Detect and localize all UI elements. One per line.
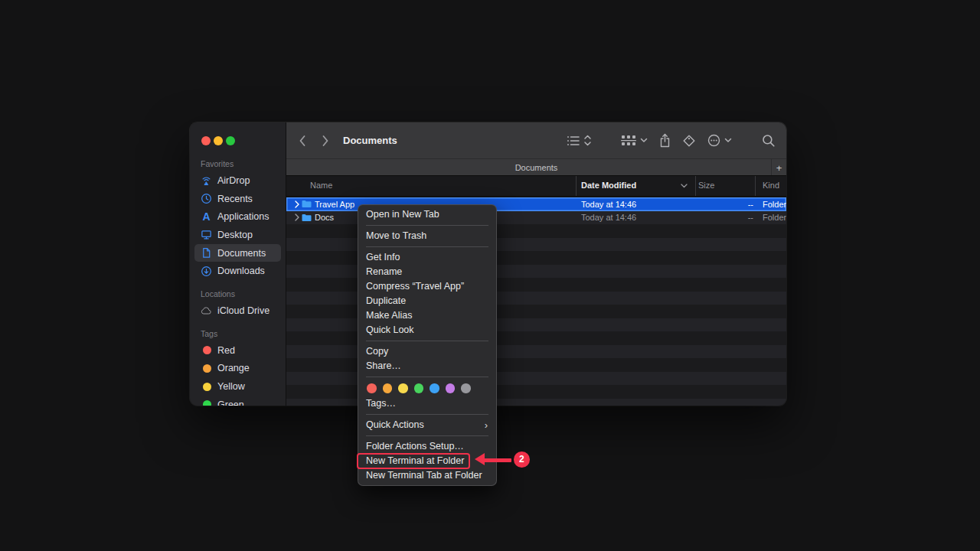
search-icon[interactable] <box>762 122 776 158</box>
file-name: Docs <box>315 211 334 225</box>
menu-tag-dot[interactable] <box>367 383 377 393</box>
tag-dot <box>201 381 212 393</box>
annotation-arrow-shaft <box>483 458 511 462</box>
sidebar-item-label: Recents <box>217 194 253 204</box>
file-size: -- <box>711 197 753 211</box>
sidebar-item-label: Applications <box>217 211 269 222</box>
menu-item-duplicate[interactable]: Duplicate <box>358 294 496 308</box>
group-icon[interactable] <box>621 122 636 158</box>
sidebar-item-yellow[interactable]: Yellow <box>194 377 281 396</box>
menu-item-new-terminal-tab-at-folder[interactable]: New Terminal Tab at Folder <box>358 468 496 483</box>
sidebar-item-red[interactable]: Red <box>194 341 281 360</box>
menu-separator <box>366 414 488 415</box>
sidebar-item-label: Yellow <box>217 381 245 392</box>
group-chevron-icon[interactable] <box>640 122 648 158</box>
sidebar-item-documents[interactable]: Documents <box>194 244 281 262</box>
folder-icon <box>302 211 312 225</box>
file-size: -- <box>711 211 753 225</box>
menu-item-open-in-new-tab[interactable]: Open in New Tab <box>358 207 496 222</box>
view-arrows-icon[interactable] <box>583 122 592 158</box>
column-header: NameDate ModifiedSizeKind <box>286 175 786 197</box>
sidebar-item-icloud-drive[interactable]: iCloud Drive <box>194 302 281 320</box>
tab-documents[interactable]: Documents <box>515 163 558 172</box>
toolbar: Documents <box>286 122 786 158</box>
submenu-chevron-icon: › <box>485 418 488 432</box>
menu-separator <box>366 246 488 247</box>
tag-dot-icon <box>203 400 211 406</box>
column-header-date-modified[interactable]: Date Modified <box>581 181 636 190</box>
sidebar-item-orange[interactable]: Orange <box>194 360 281 378</box>
sort-chevron-icon <box>681 184 688 188</box>
folder-icon <box>302 197 312 211</box>
sidebar-item-desktop[interactable]: Desktop <box>194 226 281 244</box>
file-date-modified: Today at 14:46 <box>581 211 636 225</box>
sidebar-item-airdrop[interactable]: AirDrop <box>194 171 281 190</box>
sidebar-item-label: iCloud Drive <box>217 305 270 316</box>
menu-item-rename[interactable]: Rename <box>358 265 496 279</box>
menu-item-copy[interactable]: Copy <box>358 344 496 359</box>
back-icon[interactable] <box>297 122 308 158</box>
menu-separator <box>366 435 488 436</box>
tag-icon[interactable] <box>682 122 696 158</box>
sidebar-item-label: Green <box>217 399 244 406</box>
zoom-button[interactable] <box>226 136 235 145</box>
list-view-icon[interactable] <box>567 122 580 158</box>
column-header-name[interactable]: Name <box>310 181 332 190</box>
menu-item-make-alias[interactable]: Make Alias <box>358 308 496 323</box>
annotation-step-badge: 2 <box>514 452 530 468</box>
sidebar: FavoritesAirDropRecentsAApplicationsDesk… <box>190 122 286 406</box>
menu-tag-dot[interactable] <box>461 383 471 393</box>
file-kind: Folder <box>763 211 786 225</box>
sidebar-item-label: AirDrop <box>217 175 250 186</box>
menu-tag-dot[interactable] <box>430 383 439 393</box>
column-header-size[interactable]: Size <box>698 181 714 190</box>
sidebar-section-label: Tags <box>190 320 286 341</box>
forward-icon[interactable] <box>320 122 331 158</box>
sidebar-item-label: Orange <box>217 363 250 373</box>
column-divider <box>576 176 577 196</box>
sidebar-item-downloads[interactable]: Downloads <box>194 262 281 280</box>
menu-tag-dot[interactable] <box>383 383 393 393</box>
menu-item-get-info[interactable]: Get Info <box>358 250 496 265</box>
file-name: Travel App <box>315 197 354 211</box>
sidebar-section-label: Favorites <box>190 155 286 171</box>
documents-icon <box>201 247 212 259</box>
annotation-highlight-box <box>357 453 470 469</box>
menu-item-tags-[interactable]: Tags… <box>358 396 496 411</box>
menu-tag-colors <box>358 380 496 396</box>
menu-item-quick-look[interactable]: Quick Look <box>358 323 496 337</box>
share-icon[interactable] <box>659 122 671 158</box>
menu-separator <box>366 341 488 341</box>
column-header-kind[interactable]: Kind <box>763 181 779 190</box>
close-button[interactable] <box>201 136 211 145</box>
menu-item-folder-actions-setup-[interactable]: Folder Actions Setup… <box>358 439 496 454</box>
file-date-modified: Today at 14:46 <box>581 197 636 211</box>
sidebar-item-green[interactable]: Green <box>194 396 281 406</box>
minimize-button[interactable] <box>214 136 223 145</box>
menu-item-move-to-trash[interactable]: Move to Trash <box>358 229 496 243</box>
menu-item-compress-travel-app-[interactable]: Compress “Travel App” <box>358 279 496 294</box>
menu-item-quick-actions[interactable]: Quick Actions› <box>358 418 496 432</box>
tag-dot-icon <box>203 346 211 354</box>
menu-tag-dot[interactable] <box>398 383 408 393</box>
tag-dot-icon <box>203 383 211 391</box>
disclosure-chevron-icon[interactable] <box>295 197 299 211</box>
sidebar-item-label: Downloads <box>217 266 265 276</box>
more-chevron-icon[interactable] <box>724 122 732 158</box>
menu-tag-dot[interactable] <box>414 383 424 393</box>
menu-tag-dot[interactable] <box>446 383 456 393</box>
more-icon[interactable] <box>707 122 720 158</box>
menu-item-share-[interactable]: Share… <box>358 359 496 373</box>
new-tab-button[interactable]: + <box>771 159 786 176</box>
disclosure-chevron-icon[interactable] <box>295 211 299 225</box>
tag-dot <box>201 344 212 356</box>
sidebar-section-label: Locations <box>190 280 286 302</box>
window-title: Documents <box>343 122 397 158</box>
applications-icon: A <box>201 211 212 223</box>
sidebar-item-applications[interactable]: AApplications <box>194 207 281 226</box>
tag-dot <box>201 363 212 374</box>
context-menu: Open in New TabMove to TrashGet InfoRena… <box>358 204 497 486</box>
sidebar-item-label: Documents <box>217 248 266 259</box>
sidebar-item-recents[interactable]: Recents <box>194 190 281 208</box>
airdrop-icon <box>201 174 212 186</box>
